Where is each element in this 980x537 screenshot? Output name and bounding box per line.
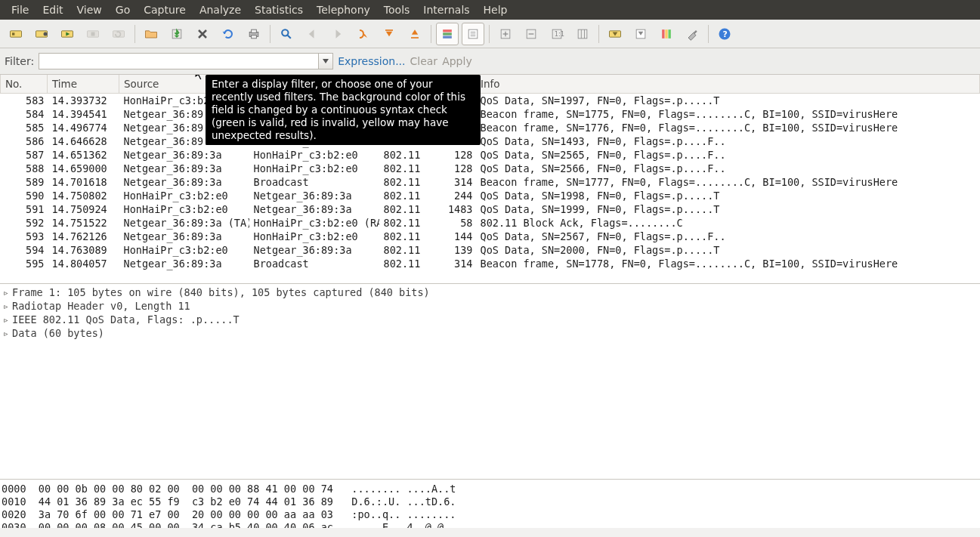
col-header-no[interactable]: No.	[1, 75, 48, 94]
cell-destination: Netgear_36:89:3a	[249, 202, 379, 216]
go-forward-button[interactable]	[326, 23, 349, 45]
capture-options-button[interactable]	[30, 23, 53, 45]
print-button[interactable]	[243, 23, 265, 45]
packet-list-pane: No. Time Source Destination Protocol Len…	[0, 75, 980, 284]
svg-rect-24	[411, 37, 419, 39]
packet-bytes-pane[interactable]: 0000 00 00 0b 00 00 80 02 00 00 00 00 88…	[0, 480, 980, 528]
reload-button[interactable]	[217, 23, 240, 45]
save-file-button[interactable]	[165, 23, 188, 45]
detail-row[interactable]: ▹Data (60 bytes)	[0, 326, 980, 340]
packet-row[interactable]: 59114.750924HonHaiPr_c3:b2:e0Netgear_36:…	[1, 202, 980, 216]
expand-icon[interactable]: ▹	[2, 327, 11, 339]
menu-analyze[interactable]: Analyze	[193, 0, 248, 20]
auto-scroll-button[interactable]	[462, 23, 484, 45]
zoom-in-button[interactable]	[494, 23, 517, 45]
zoom-out-button[interactable]	[520, 23, 543, 45]
zoom-reset-button[interactable]: 1:1	[546, 23, 568, 45]
open-file-button[interactable]	[140, 23, 162, 45]
menu-edit[interactable]: Edit	[36, 0, 70, 20]
detail-row[interactable]: ▹IEEE 802.11 QoS Data, Flags: .p.....T	[0, 313, 980, 326]
find-packet-button[interactable]	[275, 23, 298, 45]
close-file-button[interactable]	[191, 23, 214, 45]
expand-icon[interactable]: ▹	[2, 313, 11, 326]
packet-row[interactable]: 59014.750802HonHaiPr_c3:b2:e0Netgear_36:…	[1, 189, 980, 202]
menu-tools[interactable]: Tools	[377, 0, 417, 20]
menu-capture[interactable]: Capture	[137, 0, 193, 20]
svg-point-3	[44, 32, 48, 35]
display-filters-button[interactable]	[629, 23, 652, 45]
packet-row[interactable]: 59414.763089HonHaiPr_c3:b2:e0Netgear_36:…	[1, 243, 980, 257]
cell-destination: Netgear_36:89:3a	[249, 243, 379, 257]
coloring-rules-button[interactable]	[655, 23, 678, 45]
cell-no: 589	[1, 175, 48, 189]
go-last-button[interactable]	[403, 23, 426, 45]
stop-capture-button[interactable]	[82, 23, 104, 45]
expand-icon[interactable]: ▹	[2, 300, 11, 312]
go-to-packet-button[interactable]	[352, 23, 375, 45]
svg-rect-14	[252, 29, 257, 32]
preferences-button[interactable]	[681, 23, 703, 45]
cell-destination: Netgear_36:89:3a	[249, 189, 379, 202]
go-back-button[interactable]	[301, 23, 323, 45]
cell-no: 585	[1, 121, 48, 134]
svg-text:1:1: 1:1	[555, 30, 564, 38]
colorize-button[interactable]	[436, 23, 459, 45]
cell-info: QoS Data, SN=1999, FN=0, Flags=.p.....T	[476, 202, 980, 216]
col-header-time[interactable]: Time	[48, 75, 119, 94]
cell-info: Beacon frame, SN=1777, FN=0, Flags=.....…	[476, 175, 980, 189]
cell-length: 314	[432, 175, 476, 189]
packet-row[interactable]: 58714.651362Netgear_36:89:3aHonHaiPr_c3:…	[1, 148, 980, 162]
menu-file[interactable]: File	[5, 0, 36, 20]
packet-details-pane[interactable]: ▹Frame 1: 105 bytes on wire (840 bits), …	[0, 284, 980, 480]
cell-time: 14.750802	[48, 189, 119, 202]
packet-row[interactable]: 58514.496774Netgear_36:89:3aBroadcast802…	[1, 121, 980, 134]
cell-time: 14.646628	[48, 134, 119, 148]
restart-capture-button[interactable]	[107, 23, 130, 45]
expand-icon[interactable]: ▹	[2, 286, 11, 298]
filter-clear-button[interactable]: Clear	[410, 55, 438, 67]
packet-row[interactable]: 58814.659000Netgear_36:89:3aHonHaiPr_c3:…	[1, 162, 980, 175]
detail-text: Data (60 bytes)	[12, 327, 104, 339]
go-first-button[interactable]	[378, 23, 400, 45]
packet-row[interactable]: 58414.394541Netgear_36:89:3aBroadcast802…	[1, 107, 980, 121]
detail-text: IEEE 802.11 QoS Data, Flags: .p.....T	[12, 313, 240, 326]
cell-time: 14.651362	[48, 148, 119, 162]
svg-rect-25	[443, 29, 452, 32]
detail-row[interactable]: ▹Frame 1: 105 bytes on wire (840 bits), …	[0, 285, 980, 299]
svg-rect-7	[91, 32, 95, 35]
filter-apply-button[interactable]: Apply	[442, 55, 472, 67]
help-button[interactable]: ?	[713, 23, 736, 45]
cell-length: 244	[432, 189, 476, 202]
svg-rect-0	[11, 30, 22, 36]
menu-help[interactable]: Help	[477, 0, 515, 20]
packet-table-header[interactable]: No. Time Source Destination Protocol Len…	[1, 75, 980, 94]
cell-info: Beacon frame, SN=1778, FN=0, Flags=.....…	[476, 257, 980, 270]
interfaces-button[interactable]	[5, 23, 27, 45]
filter-dropdown-button[interactable]	[318, 53, 333, 69]
packet-table[interactable]: No. Time Source Destination Protocol Len…	[0, 75, 980, 270]
packet-row[interactable]: 58314.393732HonHaiPr_c3:b2:e0Netgear_36:…	[1, 94, 980, 108]
start-capture-button[interactable]	[56, 23, 79, 45]
cell-source: HonHaiPr_c3:b2:e0	[119, 202, 249, 216]
menu-telephony[interactable]: Telephony	[310, 0, 377, 20]
capture-filters-button[interactable]	[604, 23, 626, 45]
cell-destination: HonHaiPr_c3:b2:e0	[249, 162, 379, 175]
filter-expression-button[interactable]: Expression...	[338, 55, 405, 67]
cell-no: 584	[1, 107, 48, 121]
menu-internals[interactable]: Internals	[416, 0, 476, 20]
menu-go[interactable]: Go	[109, 0, 137, 20]
packet-row[interactable]: 58914.701618Netgear_36:89:3aBroadcast802…	[1, 175, 980, 189]
detail-row[interactable]: ▹Radiotap Header v0, Length 11	[0, 299, 980, 313]
menu-view[interactable]: View	[70, 0, 109, 20]
packet-row[interactable]: 59214.751522Netgear_36:89:3a (TA)HonHaiP…	[1, 216, 980, 230]
filter-input[interactable]	[39, 53, 318, 69]
packet-row[interactable]: 58614.646628Netgear_36:89:3aHonHaiPr_c3:…	[1, 134, 980, 148]
cell-destination: HonHaiPr_c3:b2:e0	[249, 148, 379, 162]
resize-columns-button[interactable]	[571, 23, 594, 45]
packet-row[interactable]: 59514.804057Netgear_36:89:3aBroadcast802…	[1, 257, 980, 270]
packet-row[interactable]: 59314.762126Netgear_36:89:3aHonHaiPr_c3:…	[1, 230, 980, 243]
filter-bar: Filter: Expression... Clear Apply	[0, 48, 980, 75]
detail-text: Frame 1: 105 bytes on wire (840 bits), 1…	[12, 286, 430, 298]
menu-statistics[interactable]: Statistics	[248, 0, 310, 20]
col-header-info[interactable]: Info	[476, 75, 980, 94]
